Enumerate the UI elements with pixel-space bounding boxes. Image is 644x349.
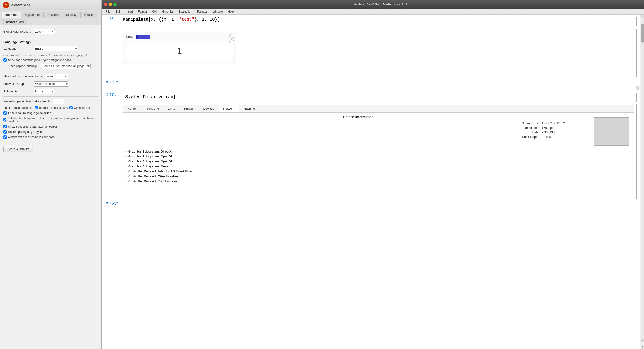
cell-group-select[interactable]: Inline <box>45 74 68 79</box>
manipulate-add-btn[interactable]: + <box>230 40 234 44</box>
smart-quotes-normal-checkbox[interactable] <box>35 106 38 110</box>
expand-label-3: Graphics Subsystem: Mesa <box>128 165 168 168</box>
notebook-scrollbar[interactable]: ▲ ▼ ⊙ <box>640 15 644 349</box>
startup-select[interactable]: Welcome screen <box>34 81 69 87</box>
smart-quotes-pasting-checkbox[interactable] <box>70 106 72 110</box>
menu-cell[interactable]: Cell <box>150 9 160 14</box>
screen-size-key: Screen Size <box>509 122 542 125</box>
sysinfo-tab-frontend[interactable]: Front End <box>141 105 164 112</box>
divider-3 <box>3 97 98 97</box>
expand-label-1: Graphics Subsystem: OpenGL <box>128 155 173 158</box>
expand-item-0[interactable]: ▾ Graphics Subsystem: DirectX <box>126 149 632 154</box>
scale-row: Scale 2.33333 x <box>128 131 589 134</box>
update-styling-label: Ask whether to update default styling wh… <box>8 117 98 123</box>
code-caption-label: Code caption language: <box>8 65 39 68</box>
expand-label-6: Controller Device 3: Touchscreen <box>128 179 177 183</box>
expandable-list: ▾ Graphics Subsystem: DirectX ▾ Graphics… <box>123 148 634 185</box>
add-cell-button[interactable]: + <box>636 86 640 90</box>
natural-language-label: Enable natural language detection <box>8 111 51 115</box>
out2-content <box>120 200 640 201</box>
tab-interface[interactable]: Interface <box>2 12 21 18</box>
language-settings-title: Language Settings <box>3 40 98 44</box>
manipulate-controls: + + <box>230 34 234 44</box>
scroll-thumb[interactable] <box>641 24 644 43</box>
update-styling-row: Ask whether to update default styling wh… <box>3 117 98 123</box>
menu-evaluation[interactable]: Evaluation <box>176 9 194 14</box>
show-code-captions-checkbox[interactable] <box>3 58 6 62</box>
divider-1 <box>3 37 98 37</box>
expand-item-5[interactable]: ▾ Controller Device 2: Wired Keyboard <box>126 174 632 179</box>
preferences-tabs: Interface Appearance Services Security P… <box>0 10 101 25</box>
sysinfo-tab-machine[interactable]: Machine <box>239 105 260 112</box>
expand-item-1[interactable]: ▾ Graphics Subsystem: OpenGL <box>126 154 632 159</box>
ruler-select[interactable]: Inches <box>34 89 55 94</box>
code-caption-select[interactable]: Same as user interface language <box>41 64 91 69</box>
reset-defaults-button[interactable]: Reset to Defaults <box>3 146 33 152</box>
close-button[interactable] <box>104 3 107 6</box>
manipulate-plus-btn[interactable]: + <box>230 34 234 39</box>
maximize-button[interactable] <box>114 3 117 6</box>
collapse-button[interactable]: ⊙ <box>640 343 644 348</box>
tab-internet-mail[interactable]: Internet & Mail <box>2 19 27 25</box>
scroll-up-button[interactable]: ▲ <box>641 15 644 19</box>
in4-code[interactable]: Manipulate[x, {{x, 1, "test"}, 1, 10}] <box>123 17 634 22</box>
tab-security[interactable]: Security <box>62 12 80 18</box>
check-spelling-row: Check spelling as you type <box>3 130 98 134</box>
smart-quotes-row: Enable smart quotes for normal text edit… <box>3 106 98 110</box>
expand-item-6[interactable]: ▾ Controller Device 3: Touchscreen <box>126 179 632 184</box>
history-input[interactable] <box>53 99 64 104</box>
menu-insert[interactable]: Insert <box>123 9 135 14</box>
always-exit-checkbox[interactable] <box>3 136 6 139</box>
expand-arrow-5: ▾ <box>126 175 127 178</box>
cell-group-row: Show cell group opener icons: Inline <box>3 74 98 79</box>
menu-format[interactable]: Format <box>136 9 149 14</box>
sysinfo-tab-kernel[interactable]: Kernel <box>123 105 141 112</box>
tab-services[interactable]: Services <box>44 12 62 18</box>
scale-key: Scale <box>509 131 542 134</box>
menu-window[interactable]: Window <box>210 9 225 14</box>
menu-edit[interactable]: Edit <box>113 9 123 14</box>
in2-label: In[2]:= <box>102 92 120 97</box>
sysinfo-tab-network[interactable]: Network <box>219 105 239 112</box>
check-spelling-label: Check spelling as you type <box>8 130 42 134</box>
expand-label-4: Controller Device 1: Intel(R) HID Event … <box>128 170 192 173</box>
startup-row: Show at startup: Welcome screen <box>3 81 98 87</box>
minimize-button[interactable] <box>109 3 112 6</box>
expand-item-3[interactable]: ▾ Graphics Subsystem: Mesa <box>126 164 632 169</box>
preferences-title: Preferences <box>10 3 31 7</box>
expand-item-2[interactable]: ▾ Graphics Subsystem: OpenGL <box>126 159 632 164</box>
sysinfo-tab-links[interactable]: Links <box>164 105 180 112</box>
language-label: Language: <box>3 47 32 50</box>
notebook-cells: In[4]:= Manipulate[x, {{x, 1, "test"}, 1… <box>102 15 640 349</box>
manipulate-slider-label: test <box>126 35 134 39</box>
expand-arrow-1: ▾ <box>126 155 127 158</box>
always-exit-row: Always exit after closing last window <box>3 136 98 139</box>
natural-language-checkbox[interactable] <box>3 111 6 115</box>
scroll-down-button[interactable]: ▼ <box>641 338 644 342</box>
code-caption-language-row: Code caption language: Same as user inte… <box>8 64 98 69</box>
manipulate-output-value: 1 <box>177 46 182 56</box>
update-styling-checkbox[interactable] <box>3 118 6 122</box>
menu-graphics[interactable]: Graphics <box>160 9 176 14</box>
in2-code[interactable]: SystemInformation[] <box>123 93 634 101</box>
preferences-icon: ✦ <box>3 2 8 8</box>
smart-quotes-label: Enable smart quotes for <box>3 106 33 110</box>
smart-quotes-normal-label: normal text editing and <box>39 106 68 110</box>
sysinfo-tab-parallel[interactable]: Parallel <box>180 105 199 112</box>
manipulate-slider[interactable] <box>136 35 150 39</box>
menu-help[interactable]: Help <box>226 9 236 14</box>
tab-parallel[interactable]: Parallel <box>80 12 97 18</box>
color-depth-val: 32 bits <box>542 135 589 139</box>
sysinfo-tab-devices[interactable]: Devices <box>199 105 218 112</box>
language-select[interactable]: English <box>34 46 78 51</box>
scroll-track <box>641 19 644 338</box>
expand-label-0: Graphics Subsystem: DirectX <box>128 150 172 153</box>
expand-item-4[interactable]: ▾ Controller Device 1: Intel(R) HID Even… <box>126 169 632 174</box>
magnification-select[interactable]: 150% <box>34 29 55 34</box>
tab-appearance[interactable]: Appearance <box>21 12 44 18</box>
menu-file[interactable]: File <box>104 9 113 14</box>
suggestions-bar-checkbox[interactable] <box>3 125 6 128</box>
menu-palettes[interactable]: Palettes <box>195 9 210 14</box>
cell-group-label: Show cell group opener icons: <box>3 75 43 78</box>
check-spelling-checkbox[interactable] <box>3 130 6 134</box>
